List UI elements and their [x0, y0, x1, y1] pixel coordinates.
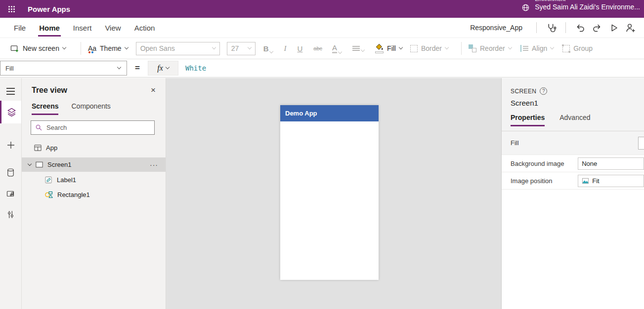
- control-name: Screen1: [511, 99, 635, 107]
- align-lines-icon: [352, 46, 360, 47]
- property-row-fill[interactable]: Fill: [502, 131, 644, 155]
- app-checker-button[interactable]: [543, 20, 559, 35]
- sliders-icon: [6, 210, 15, 219]
- design-canvas[interactable]: Demo App: [166, 78, 501, 309]
- app-icon: [34, 144, 42, 152]
- tab-advanced[interactable]: Advanced: [559, 114, 590, 126]
- share-button[interactable]: [622, 20, 639, 35]
- new-screen-icon: [10, 44, 19, 53]
- control-type-label: SCREEN: [511, 88, 536, 95]
- search-input[interactable]: [46, 124, 150, 131]
- property-select[interactable]: Fill: [0, 61, 127, 76]
- group-icon: [562, 45, 570, 52]
- theme-button[interactable]: Aa Theme: [88, 44, 128, 52]
- ribbon-toolbar: New screen Aa Theme Open Sans 27 B I U a…: [0, 38, 644, 59]
- bold-button[interactable]: B: [263, 44, 273, 53]
- new-screen-button[interactable]: New screen: [10, 44, 66, 53]
- background-image-select[interactable]: None: [578, 157, 644, 170]
- help-icon[interactable]: ?: [540, 87, 547, 95]
- waffle-menu-button[interactable]: [0, 6, 23, 12]
- chevron-down-icon: [117, 65, 121, 69]
- chevron-down-icon: [399, 45, 403, 49]
- screen-icon: [35, 160, 43, 169]
- preview-play-button[interactable]: [605, 20, 622, 35]
- tab-screens[interactable]: Screens: [32, 102, 58, 115]
- font-color-button[interactable]: A: [332, 43, 342, 53]
- group-button[interactable]: Group: [562, 44, 593, 52]
- advanced-tools-nav-button[interactable]: [0, 206, 21, 223]
- align-icon: [520, 45, 529, 52]
- screen-preview[interactable]: Demo App: [280, 105, 379, 280]
- left-nav-rail: [0, 78, 22, 309]
- property-row-background-image: Background image None: [502, 155, 644, 172]
- reorder-button[interactable]: Reorder: [469, 44, 512, 52]
- paint-bucket-icon: [375, 43, 384, 53]
- globe-icon: [521, 3, 530, 12]
- tree-list: App Screen1 ··· Labe: [22, 141, 166, 201]
- text-align-button[interactable]: [352, 46, 364, 51]
- shapes-icon: [44, 190, 53, 199]
- undo-icon: [575, 23, 585, 33]
- tree-item-screen1[interactable]: Screen1 ···: [22, 157, 166, 172]
- divider: [461, 42, 462, 55]
- item-options-button[interactable]: ···: [150, 161, 166, 169]
- menu-bar: File Home Insert View Action Responsive_…: [0, 18, 644, 38]
- font-size-select[interactable]: 27: [227, 42, 256, 55]
- redo-button[interactable]: [589, 20, 605, 35]
- media-nav-button[interactable]: [0, 186, 21, 203]
- italic-button[interactable]: I: [284, 44, 286, 53]
- fill-color-swatch[interactable]: [638, 137, 644, 150]
- tab-components[interactable]: Components: [71, 102, 110, 115]
- image-position-select[interactable]: Fit: [578, 175, 644, 187]
- menu-view[interactable]: View: [105, 24, 121, 32]
- fx-button[interactable]: fx: [148, 61, 178, 76]
- chevron-down-icon: [338, 50, 342, 54]
- tab-properties[interactable]: Properties: [511, 114, 545, 126]
- tree-item-rectangle1[interactable]: Rectangle1: [22, 188, 166, 201]
- app-header-label[interactable]: Demo App: [285, 110, 317, 117]
- insert-nav-button[interactable]: [0, 137, 21, 154]
- tree-search-box[interactable]: [31, 120, 155, 135]
- hamburger-icon: [6, 88, 15, 89]
- menu-action[interactable]: Action: [134, 24, 155, 32]
- media-icon: [6, 190, 16, 199]
- chevron-down-icon: [445, 45, 449, 49]
- menu-file[interactable]: File: [14, 24, 26, 32]
- chevron-down-icon: [212, 45, 215, 49]
- search-icon: [35, 124, 43, 131]
- redo-icon: [592, 23, 602, 33]
- chevron-down-icon: [166, 65, 170, 69]
- database-icon: [6, 168, 15, 177]
- environment-picker[interactable]: Environment Syed Saim Ali Zaidi's Enviro…: [521, 0, 640, 12]
- theme-icon: Aa: [88, 44, 96, 52]
- align-button[interactable]: Align: [520, 44, 554, 52]
- border-button[interactable]: Border: [410, 44, 448, 52]
- app-header-rectangle[interactable]: Demo App: [280, 105, 379, 121]
- top-app-bar: Power Apps Environment Syed Saim Ali Zai…: [0, 0, 644, 18]
- border-icon: [410, 45, 418, 52]
- current-app-name: Responsive_App: [470, 24, 522, 32]
- undo-button[interactable]: [572, 20, 589, 35]
- chevron-down-icon: [508, 45, 512, 49]
- environment-name: Syed Saim Ali Zaidi's Environme...: [535, 3, 640, 11]
- strikethrough-button[interactable]: abc: [313, 45, 322, 51]
- menu-insert[interactable]: Insert: [73, 24, 92, 32]
- close-panel-button[interactable]: ×: [151, 87, 156, 94]
- menu-home[interactable]: Home: [39, 24, 60, 32]
- fill-color-button[interactable]: Fill: [375, 43, 402, 53]
- font-family-select[interactable]: Open Sans: [136, 42, 220, 55]
- tree-item-label1[interactable]: Label1: [22, 173, 166, 187]
- collapse-nav-button[interactable]: [0, 83, 21, 100]
- formula-input[interactable]: White: [178, 64, 206, 72]
- data-nav-button[interactable]: [0, 164, 21, 181]
- layers-icon: [6, 107, 17, 117]
- chevron-down-icon: [247, 45, 251, 49]
- underline-button[interactable]: U: [297, 44, 302, 53]
- tree-view-title: Tree view: [32, 86, 67, 95]
- chevron-down-icon: [28, 162, 32, 166]
- plus-icon: [6, 140, 16, 150]
- image-icon: [582, 177, 589, 185]
- tree-item-app[interactable]: App: [22, 141, 166, 154]
- divider: [81, 42, 81, 55]
- tree-view-nav-button[interactable]: [0, 101, 21, 123]
